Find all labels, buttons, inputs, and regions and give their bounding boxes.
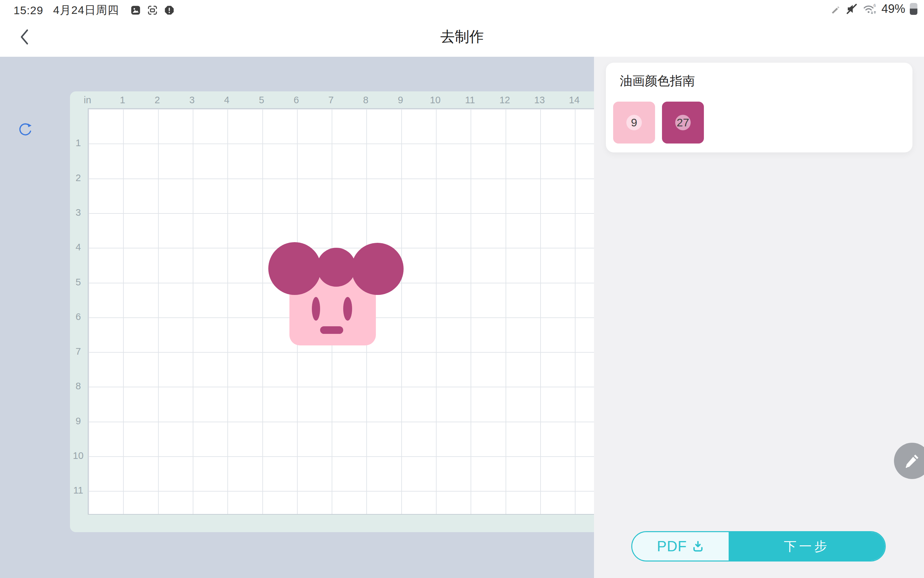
h-ruler-tick: 2 [155,95,160,106]
v-ruler: 1234567891011 [70,91,88,532]
v-ruler-tick: 3 [76,207,81,218]
h-ruler-tick: 5 [259,95,264,106]
v-ruler-tick: 11 [73,485,83,496]
character-eye-right [343,297,352,321]
canvas-area: 隐藏油画 in 1234567891011121314 123456789101… [0,57,594,578]
header: 去制作 [0,16,924,57]
color-swatch[interactable]: 9 [613,102,655,143]
svg-text:6: 6 [874,3,876,8]
color-guide-card: 油画颜色指南 927 [606,63,913,153]
h-ruler-tick: 9 [398,95,403,106]
h-ruler-tick: 1 [120,95,125,106]
character-hair-middle [317,248,356,287]
v-ruler-tick: 9 [76,416,81,426]
date: 4月24日周四 [53,3,119,18]
h-ruler-tick: 13 [534,95,545,106]
stylus-pen-icon [830,3,841,15]
h-ruler-tick: 7 [328,95,334,106]
mute-icon [846,3,857,15]
swatch-row: 927 [613,102,704,143]
notification-icons [130,5,175,16]
pdf-download-button[interactable]: PDF [632,532,729,560]
drawing-board: in 1234567891011121314 1234567891011 [70,91,594,532]
app-screen: 15:29 4月24日周四 6 [0,0,924,578]
inch-grid[interactable] [88,108,594,515]
battery-percent: 49% [882,2,905,16]
v-ruler-tick: 7 [76,346,81,357]
v-ruler-tick: 8 [76,381,81,391]
reset-rotate-button[interactable] [18,122,33,137]
h-ruler: in 1234567891011121314 [70,91,594,108]
status-right-cluster: 6 49% [830,2,918,16]
character-hair-left [268,242,321,295]
screen-capture-icon [147,5,158,16]
h-ruler-tick: 11 [465,95,475,106]
pdf-label: PDF [657,538,687,555]
h-ruler-tick: 8 [363,95,368,106]
bottom-action-bar: PDF 下一步 [631,531,886,562]
download-icon [692,540,704,553]
battery-icon [910,3,918,15]
character-eye-left [312,297,320,321]
swatch-number-badge: 27 [675,115,691,130]
swatch-number: 9 [631,116,637,129]
pencil-icon [903,451,921,470]
alert-badge-icon [164,5,175,16]
character-artwork [88,109,594,514]
edit-pencil-button[interactable] [894,443,924,479]
h-ruler-tick: 6 [294,95,299,106]
h-ruler-tick: 10 [430,95,440,106]
h-ruler-tick: 4 [224,95,229,106]
wifi6-icon: 6 [862,2,877,16]
h-ruler-tick: 3 [189,95,195,106]
color-guide-title: 油画颜色指南 [620,73,695,89]
v-ruler-tick: 10 [73,450,83,461]
swatch-number-badge: 9 [626,115,642,130]
next-step-label: 下一步 [784,538,830,555]
clock: 15:29 [13,4,43,17]
refresh-icon [18,122,33,137]
swatch-number: 27 [677,116,689,129]
character-mouth [320,326,343,334]
character-hair-right [351,243,404,295]
next-step-button[interactable]: 下一步 [729,532,885,560]
color-swatch[interactable]: 27 [662,102,704,143]
status-bar: 15:29 4月24日周四 6 [0,0,924,16]
side-panel: 油画颜色指南 927 PDF 下一步 [594,57,924,578]
page-title: 去制作 [0,16,924,57]
h-ruler-tick: 12 [499,95,510,106]
v-ruler-tick: 1 [76,138,81,148]
v-ruler-tick: 2 [76,172,81,183]
v-ruler-tick: 6 [76,311,81,322]
h-ruler-tick: 14 [569,95,580,106]
v-ruler-tick: 4 [76,242,81,253]
v-ruler-tick: 5 [76,276,81,287]
status-left-cluster: 15:29 4月24日周四 [13,3,175,18]
image-notification-icon [130,5,141,16]
